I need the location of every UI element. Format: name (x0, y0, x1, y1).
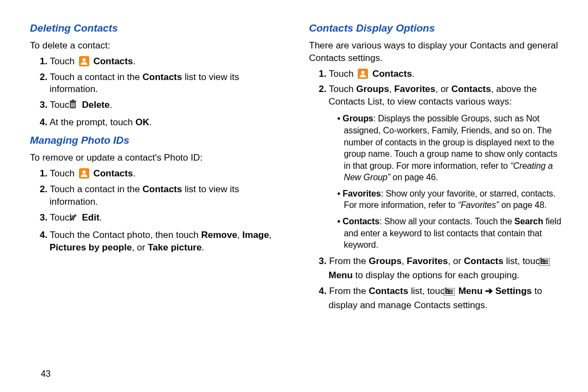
steps-list: 1. Touch Contacts. 2. Touch a contact in… (30, 56, 285, 130)
menu-icon (549, 257, 550, 270)
left-column: Deleting Contacts To delete a contact: 1… (30, 19, 285, 316)
svg-rect-6 (74, 103, 75, 107)
intro-text: To delete a contact: (30, 40, 285, 52)
step-item: 2. Touch a contact in the Contacts list … (40, 183, 285, 209)
steps-list: 1. Touch Contacts. 2. Touch Groups, Favo… (309, 68, 564, 312)
heading-contacts-display-options: Contacts Display Options (309, 21, 564, 35)
step-item: 1. Touch Contacts. (319, 68, 564, 81)
step-item: 3. Touch Edit. (40, 212, 285, 226)
bullet-item: Contacts: Show all your contacts. Touch … (338, 216, 564, 251)
svg-rect-11 (541, 261, 548, 262)
contacts-icon (79, 56, 89, 66)
svg-rect-5 (72, 103, 73, 107)
menu-icon (454, 287, 455, 299)
bullet-item: Groups: Displays the possible Groups, su… (338, 113, 564, 183)
step-item: 4. At the prompt, touch OK. (40, 117, 285, 129)
bullet-item: Favorites: Show only your favorite, or s… (338, 188, 564, 211)
svg-rect-3 (71, 100, 74, 101)
step-item: 1. Touch Contacts. (40, 56, 285, 68)
svg-rect-14 (445, 290, 453, 291)
step-item: 2. Touch a contact in the Contacts list … (40, 71, 285, 96)
step-item: 3. From the Groups, Favorites, or Contac… (319, 255, 564, 282)
intro-text: There are various ways to display your C… (309, 40, 564, 65)
step-item: 4. Touch the Contact photo, then touch R… (40, 229, 285, 254)
heading-deleting-contacts: Deleting Contacts (30, 21, 285, 35)
svg-rect-10 (541, 260, 548, 261)
svg-rect-12 (541, 263, 548, 264)
steps-list: 1. Touch Contacts. 2. Touch a contact in… (30, 168, 285, 254)
contacts-icon (358, 69, 368, 79)
right-column: Contacts Display Options There are vario… (309, 19, 564, 316)
step-item: 1. Touch Contacts. (40, 168, 285, 180)
svg-point-0 (82, 58, 85, 62)
svg-rect-4 (71, 103, 72, 107)
svg-point-8 (362, 71, 365, 74)
step-item: 2. Touch Groups, Favorites, or Contacts,… (319, 83, 564, 250)
step-item: 3. Touch Delete. (40, 99, 285, 113)
contacts-icon (79, 168, 89, 179)
intro-text: To remove or update a contact's Photo ID… (30, 152, 285, 164)
svg-rect-15 (445, 291, 453, 292)
svg-rect-16 (445, 293, 453, 294)
page-number: 43 (41, 368, 51, 380)
bullets-list: Groups: Displays the possible Groups, su… (329, 113, 564, 251)
step-item: 4. From the Contacts list, touch Menu ➔ … (319, 285, 564, 312)
svg-point-7 (82, 170, 85, 174)
heading-managing-photo-ids: Managing Photo IDs (30, 133, 285, 148)
